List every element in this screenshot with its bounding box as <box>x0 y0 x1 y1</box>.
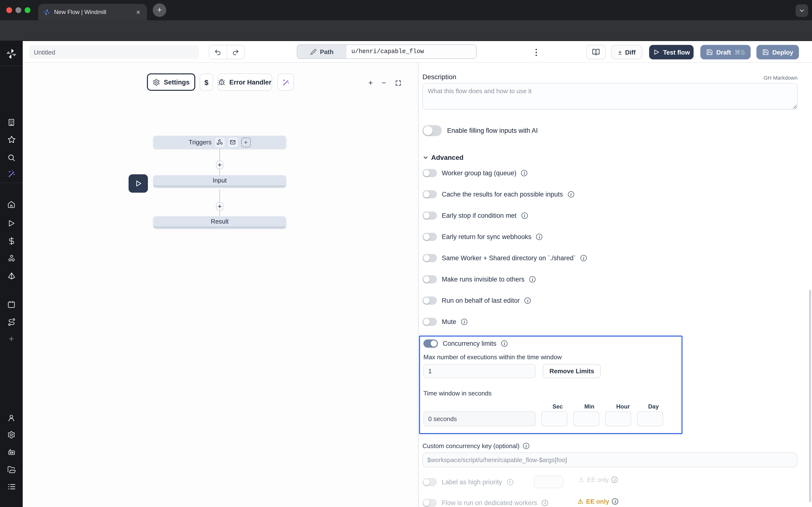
close-tab-icon[interactable]: × <box>134 8 142 16</box>
day-input[interactable] <box>637 411 663 427</box>
more-options-kebab-icon[interactable] <box>532 45 540 59</box>
sidebar-item-variables-icon[interactable] <box>0 235 23 247</box>
email-trigger-icon[interactable] <box>228 137 238 147</box>
info-icon[interactable] <box>461 319 467 325</box>
sidebar-item-ai-wand-icon[interactable] <box>0 168 23 180</box>
sidebar-item-workers-icon[interactable] <box>0 446 23 458</box>
sidebar-item-resources-icon[interactable] <box>0 252 23 265</box>
docs-button[interactable] <box>586 45 606 59</box>
info-icon[interactable] <box>580 255 587 261</box>
fit-view-icon[interactable] <box>395 80 401 87</box>
mute-toggle[interactable] <box>422 318 437 326</box>
cache-results-toggle[interactable] <box>422 190 437 199</box>
info-icon[interactable] <box>521 213 527 219</box>
sidebar-item-apps-icon[interactable] <box>0 270 23 282</box>
info-icon[interactable] <box>568 191 574 198</box>
run-on-behalf-toggle[interactable] <box>422 296 437 305</box>
sidebar-item-folders-icon[interactable] <box>0 463 23 476</box>
zoom-out-icon[interactable]: − <box>382 79 386 88</box>
sidebar-item-user-icon[interactable] <box>0 411 23 424</box>
dedicated-workers-label: Flow is run on dedicated workers <box>442 499 537 506</box>
high-priority-toggle[interactable] <box>422 478 437 486</box>
info-icon[interactable] <box>507 479 513 485</box>
priority-value-input[interactable] <box>534 475 564 488</box>
ai-builder-button[interactable] <box>277 73 294 91</box>
remove-limits-button[interactable]: Remove Limits <box>543 364 601 378</box>
early-stop-toggle[interactable] <box>422 212 437 220</box>
panel-scrollbar[interactable] <box>809 290 811 502</box>
min-input[interactable] <box>573 411 599 427</box>
webhook-trigger-icon[interactable] <box>215 137 224 147</box>
ai-flow-inputs-toggle[interactable] <box>422 125 442 136</box>
sidebar-item-create-icon[interactable]: + <box>0 333 23 345</box>
zoom-in-icon[interactable]: + <box>368 79 373 88</box>
close-window-button[interactable] <box>6 7 12 13</box>
info-icon[interactable] <box>529 276 536 282</box>
book-icon <box>592 48 600 56</box>
insert-step-button[interactable] <box>216 161 223 169</box>
advanced-section-header[interactable]: Advanced <box>422 154 798 161</box>
hour-input[interactable] <box>605 411 631 427</box>
pencil-icon <box>310 49 317 55</box>
flow-variables-button[interactable]: $ <box>200 73 213 91</box>
sidebar-item-search-icon[interactable] <box>0 151 23 164</box>
tab-search-chevron-icon[interactable] <box>796 4 808 17</box>
undo-button[interactable] <box>209 45 227 59</box>
browser-tab-strip: New Flow | Windmill × + <box>0 0 812 20</box>
deploy-button[interactable]: Deploy <box>756 45 799 59</box>
custom-key-label: Custom concurrency key (optional) <box>422 442 520 450</box>
insert-step-button[interactable] <box>216 202 223 211</box>
add-trigger-icon[interactable]: + <box>241 137 251 147</box>
sidebar-item-runs-icon[interactable] <box>0 217 23 229</box>
info-icon[interactable] <box>542 500 548 506</box>
max-executions-input[interactable] <box>423 364 536 378</box>
triggers-node[interactable]: Triggers + <box>153 136 286 149</box>
run-input-button[interactable] <box>129 174 148 193</box>
flow-path-field[interactable]: Path u/henri/capable_flow <box>297 44 476 59</box>
info-icon[interactable] <box>612 498 618 505</box>
flow-settings-button[interactable]: Settings <box>147 73 195 91</box>
info-icon[interactable] <box>525 297 531 304</box>
flow-summary-input[interactable]: Untitled <box>29 45 199 59</box>
custom-concurrency-key-input[interactable] <box>422 452 798 467</box>
info-icon[interactable] <box>536 234 543 240</box>
sidebar-item-home-icon[interactable] <box>0 198 23 211</box>
path-value[interactable]: u/henri/capable_flow <box>347 45 476 58</box>
diff-button[interactable]: ±Diff <box>611 45 642 59</box>
info-icon[interactable] <box>521 170 527 176</box>
time-window-input[interactable] <box>423 411 536 427</box>
info-icon[interactable] <box>523 443 529 449</box>
windmill-favicon-icon <box>43 8 50 16</box>
browser-tab[interactable]: New Flow | Windmill × <box>38 4 147 20</box>
sidebar-item-triggers-icon[interactable] <box>0 316 23 328</box>
test-flow-button[interactable]: Test flow <box>649 45 694 59</box>
toggle-label: Early return for sync webhooks <box>442 233 531 240</box>
input-node[interactable]: Input <box>153 175 286 187</box>
same-worker-toggle[interactable] <box>422 254 437 262</box>
toggle-label: Early stop if condition met <box>442 212 516 219</box>
redo-button[interactable] <box>227 45 244 59</box>
worker-group-toggle[interactable] <box>422 169 437 177</box>
description-textarea[interactable] <box>422 83 798 110</box>
windmill-logo-icon[interactable] <box>0 47 23 60</box>
concurrency-limits-toggle[interactable] <box>423 339 438 348</box>
save-draft-button[interactable]: Draft⌘S <box>700 45 751 59</box>
sidebar-item-logs-icon[interactable] <box>0 481 23 493</box>
error-handler-button[interactable]: Error Handler <box>217 73 272 91</box>
result-node[interactable]: Result <box>153 216 286 228</box>
sec-input[interactable] <box>541 411 567 427</box>
sidebar-item-schedules-icon[interactable] <box>0 298 23 311</box>
info-icon[interactable] <box>501 340 507 347</box>
dedicated-workers-toggle[interactable] <box>422 499 437 507</box>
sidebar-item-favorites-icon[interactable] <box>0 133 23 146</box>
maximize-window-button[interactable] <box>24 7 31 13</box>
sidebar-item-settings-icon[interactable] <box>0 428 23 441</box>
sidebar-item-workspace-icon[interactable] <box>0 116 23 128</box>
hour-label: Hour <box>616 403 642 410</box>
minimize-window-button[interactable] <box>15 7 21 13</box>
invisible-runs-toggle[interactable] <box>422 275 437 283</box>
info-icon[interactable] <box>612 476 618 483</box>
new-tab-button[interactable]: + <box>153 3 166 17</box>
early-return-toggle[interactable] <box>422 233 437 241</box>
toggle-label: Make runs invisible to others <box>442 276 524 283</box>
